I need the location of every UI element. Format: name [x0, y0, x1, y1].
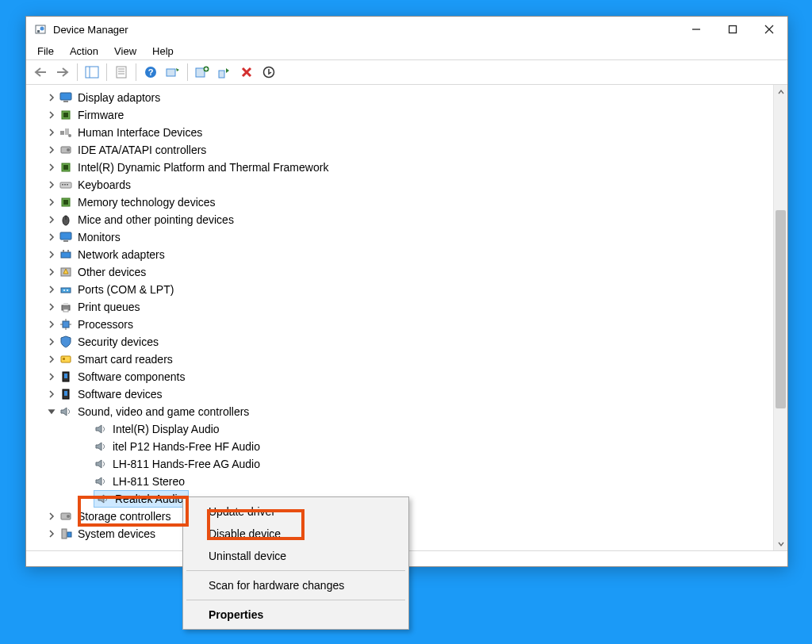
- tree-item[interactable]: Firmware: [27, 106, 787, 124]
- chevron-right-icon[interactable]: [44, 263, 59, 281]
- menu-help[interactable]: Help: [144, 44, 182, 59]
- speaker-icon: [94, 457, 108, 471]
- chevron-right-icon[interactable]: [44, 89, 59, 106]
- tree-item[interactable]: Memory technology devices: [27, 194, 787, 211]
- tree-item[interactable]: Software components: [27, 368, 787, 385]
- chevron-right-icon[interactable]: [44, 106, 59, 124]
- cpu-icon: [59, 317, 73, 332]
- forward-button[interactable]: [52, 62, 73, 82]
- chevron-right-icon[interactable]: [44, 159, 59, 176]
- tree-item[interactable]: Security devices: [27, 333, 787, 351]
- chevron-right-icon[interactable]: [44, 124, 59, 141]
- svg-rect-42: [117, 67, 126, 78]
- ctx-uninstall-device[interactable]: Uninstall device: [185, 545, 407, 567]
- titlebar[interactable]: Device Manager: [26, 17, 787, 42]
- tree-item[interactable]: Mice and other pointing devices: [27, 211, 787, 228]
- toolbar-separator: [187, 63, 188, 81]
- svg-rect-48: [167, 69, 175, 76]
- tree-item[interactable]: LH-811 Hands-Free AG Audio: [27, 455, 787, 473]
- menu-file[interactable]: File: [29, 44, 62, 59]
- chevron-right-icon[interactable]: [44, 368, 59, 385]
- tree-item[interactable]: Intel(R) Display Audio: [27, 420, 787, 438]
- tree-item-label: Intel(R) Dynamic Platform and Thermal Fr…: [76, 159, 330, 176]
- monitor-icon: [59, 90, 73, 105]
- uninstall-device-button[interactable]: [236, 62, 257, 82]
- tree-item-label: Display adaptors: [76, 89, 162, 106]
- toolbar-separator: [136, 63, 136, 81]
- tree-item-label: Other devices: [76, 263, 147, 281]
- speaker-icon: [94, 474, 108, 489]
- show-hide-tree-button[interactable]: [82, 62, 102, 82]
- tree-item-label: Software devices: [76, 385, 164, 403]
- tree-item[interactable]: Intel(R) Dynamic Platform and Thermal Fr…: [27, 159, 787, 176]
- tree-item[interactable]: Print queues: [27, 298, 787, 316]
- context-menu: Update driver Disable device Uninstall d…: [182, 496, 409, 630]
- update-driver-button[interactable]: [192, 62, 213, 82]
- vertical-scrollbar[interactable]: [773, 85, 787, 550]
- tree-item[interactable]: Monitors: [27, 228, 787, 246]
- scan-hardware-button[interactable]: [163, 62, 183, 82]
- ctx-disable-device[interactable]: Disable device: [185, 523, 407, 545]
- minimize-button[interactable]: [678, 17, 714, 42]
- tree-item[interactable]: Network adapters: [27, 246, 787, 263]
- ctx-update-driver[interactable]: Update driver: [185, 500, 407, 523]
- tree-item-label: Security devices: [76, 333, 160, 351]
- device-tree[interactable]: Display adaptorsFirmwareHuman Interface …: [27, 86, 787, 550]
- chevron-right-icon[interactable]: [44, 194, 59, 211]
- tree-item[interactable]: itel P12 Hands-Free HF Audio: [27, 438, 787, 455]
- chevron-right-icon[interactable]: [44, 281, 59, 298]
- chevron-right-icon[interactable]: [44, 316, 59, 333]
- ctx-properties[interactable]: Properties: [185, 604, 407, 626]
- ctx-scan-hardware[interactable]: Scan for hardware changes: [185, 574, 407, 596]
- chevron-right-icon[interactable]: [44, 508, 59, 525]
- help-button[interactable]: ?: [140, 62, 161, 82]
- chevron-right-icon[interactable]: [44, 298, 59, 316]
- app-icon: [34, 23, 47, 36]
- tree-item-label: Storage controllers: [76, 508, 173, 525]
- disable-device-button[interactable]: [259, 62, 279, 82]
- properties-button[interactable]: [111, 62, 132, 82]
- tree-item[interactable]: Keyboards: [27, 176, 787, 194]
- tree-item-label: Network adapters: [76, 246, 167, 263]
- chevron-right-icon[interactable]: [44, 211, 59, 228]
- chevron-right-icon[interactable]: [44, 351, 59, 368]
- toolbar: ?: [26, 59, 787, 85]
- scrollbar-thumb[interactable]: [776, 210, 786, 408]
- tree-item[interactable]: LH-811 Stereo: [27, 473, 787, 490]
- toolbar-separator: [77, 63, 78, 81]
- tree-item[interactable]: Ports (COM & LPT): [27, 281, 787, 298]
- tree-item[interactable]: Software devices: [27, 385, 787, 403]
- chip-icon: [59, 108, 73, 122]
- chevron-right-icon[interactable]: [44, 246, 59, 263]
- chevron-right-icon[interactable]: [44, 141, 59, 159]
- tree-item[interactable]: Processors: [27, 316, 787, 333]
- menu-view[interactable]: View: [106, 44, 144, 59]
- chevron-right-icon[interactable]: [44, 228, 59, 246]
- tree-item[interactable]: Human Interface Devices: [27, 124, 787, 141]
- tree-item[interactable]: Display adaptors: [27, 89, 787, 106]
- chevron-right-icon[interactable]: [44, 176, 59, 194]
- tree-item-label: Print queues: [76, 298, 142, 316]
- tree-item[interactable]: Sound, video and game controllers: [27, 403, 787, 420]
- scroll-up-button[interactable]: [774, 85, 787, 98]
- window-title: Device Manager: [53, 24, 678, 36]
- chevron-right-icon[interactable]: [44, 525, 59, 542]
- tree-item[interactable]: Other devices: [27, 263, 787, 281]
- chevron-down-icon[interactable]: [44, 403, 59, 420]
- tree-item-label: Memory technology devices: [76, 194, 217, 211]
- ctx-separator: [186, 570, 405, 571]
- enable-device-button[interactable]: [214, 62, 235, 82]
- speaker-icon: [94, 422, 108, 436]
- content-area: Display adaptorsFirmwareHuman Interface …: [26, 85, 787, 551]
- maximize-button[interactable]: [714, 17, 751, 42]
- scroll-down-button[interactable]: [774, 537, 787, 550]
- back-button[interactable]: [30, 62, 51, 82]
- chevron-right-icon[interactable]: [44, 385, 59, 403]
- tree-item-label: Software components: [76, 368, 186, 385]
- tree-item[interactable]: IDE ATA/ATAPI controllers: [27, 141, 787, 159]
- menu-action[interactable]: Action: [62, 44, 106, 59]
- chevron-right-icon[interactable]: [44, 333, 59, 351]
- hid-icon: [59, 125, 73, 140]
- close-button[interactable]: [751, 17, 787, 42]
- tree-item[interactable]: Smart card readers: [27, 351, 787, 368]
